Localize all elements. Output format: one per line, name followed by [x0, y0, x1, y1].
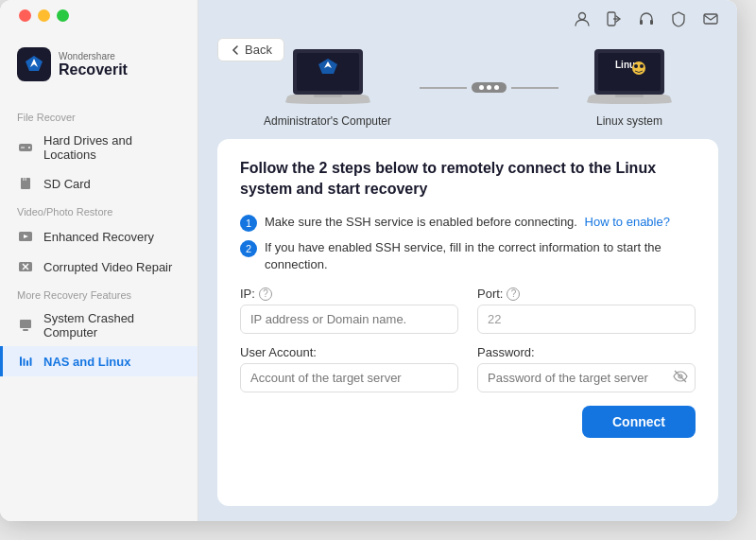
port-hint-icon[interactable]: ? — [507, 287, 520, 301]
line-right — [511, 87, 558, 89]
port-input[interactable] — [477, 305, 696, 334]
headphone-icon[interactable] — [637, 9, 656, 28]
topbar — [198, 0, 737, 38]
traffic-light-maximize[interactable] — [57, 9, 69, 22]
port-label: Port: ? — [477, 287, 696, 301]
sidebar-item-label-corrupted: Corrupted Video Repair — [43, 260, 172, 274]
svg-rect-31 — [598, 53, 661, 91]
connection-line — [420, 82, 558, 93]
step-1: 1 Make sure the SSH service is enabled b… — [240, 214, 696, 232]
traffic-light-minimize[interactable] — [38, 9, 50, 22]
svg-rect-29 — [314, 95, 342, 97]
corrupted-video-icon — [17, 258, 34, 275]
dot-1 — [479, 85, 484, 90]
port-field-group: Port: ? — [477, 287, 696, 334]
logo-brand: Wondershare — [59, 51, 128, 61]
sidebar-logo: Wondershare Recoverit — [0, 47, 198, 104]
section-label-file-recover: File Recover — [0, 104, 198, 127]
sidebar-item-enhanced-recovery[interactable]: Enhanced Recovery — [0, 221, 198, 252]
svg-rect-6 — [23, 178, 25, 181]
password-field-group: Password: — [477, 345, 696, 392]
svg-point-19 — [579, 13, 586, 20]
section-label-more-features: More Recovery Features — [0, 282, 198, 305]
svg-point-35 — [640, 64, 644, 68]
sidebar-item-label-hard-drives: Hard Drives and Locations — [43, 133, 180, 162]
dot-2 — [487, 85, 491, 90]
admin-label: Administrator's Computer — [264, 114, 391, 128]
user-account-field-group: User Account: — [240, 345, 458, 392]
step-1-num: 1 — [240, 215, 257, 232]
back-button[interactable]: Back — [217, 38, 284, 61]
step-2: 2 If you have enabled SSH service, fill … — [240, 239, 696, 273]
svg-rect-17 — [26, 360, 28, 366]
user-account-label: User Account: — [240, 345, 458, 359]
main-content: Back — [198, 0, 737, 521]
nas-linux-icon — [17, 353, 34, 370]
enhanced-recovery-icon — [17, 228, 34, 245]
signin-icon[interactable] — [605, 9, 624, 28]
ip-field-group: IP: ? — [240, 287, 458, 334]
sidebar-item-hard-drives[interactable]: Hard Drives and Locations — [0, 127, 198, 168]
form-fields: IP: ? Port: ? — [240, 287, 696, 392]
password-input[interactable] — [477, 363, 696, 392]
step-2-text: If you have enabled SSH service, fill in… — [265, 239, 696, 273]
ip-hint-icon[interactable]: ? — [259, 287, 272, 301]
form-card: Follow the 2 steps below to remotely con… — [217, 139, 718, 506]
user-icon[interactable] — [573, 9, 592, 28]
user-account-input[interactable] — [240, 363, 458, 392]
sidebar-item-label-system: System Crashed Computer — [43, 311, 180, 340]
svg-rect-16 — [24, 358, 26, 366]
linux-computer: Linux Linux system — [587, 47, 672, 128]
svg-rect-24 — [704, 14, 717, 24]
sidebar-item-label-sd-card: SD Card — [43, 177, 91, 191]
step-1-text: Make sure the SSH service is enabled bef… — [265, 214, 670, 231]
how-to-enable-link[interactable]: How to enable? — [585, 215, 670, 229]
svg-rect-13 — [20, 320, 31, 328]
svg-point-34 — [634, 64, 638, 68]
sidebar-item-nas-linux[interactable]: NAS and Linux — [0, 346, 198, 376]
svg-rect-14 — [23, 329, 28, 331]
sidebar-item-label-nas: NAS and Linux — [43, 355, 130, 369]
sidebar: Wondershare Recoverit File Recover Hard … — [0, 0, 198, 521]
step-2-num: 2 — [240, 240, 257, 257]
sidebar-item-label-enhanced: Enhanced Recovery — [43, 230, 154, 244]
sidebar-item-sd-card[interactable]: SD Card — [0, 168, 198, 199]
traffic-light-close[interactable] — [19, 9, 31, 22]
sdcard-icon — [17, 175, 34, 192]
svg-rect-18 — [30, 357, 32, 366]
sidebar-item-system-crashed[interactable]: System Crashed Computer — [0, 305, 198, 346]
hdd-icon — [17, 139, 34, 156]
password-toggle-icon[interactable] — [673, 369, 688, 387]
linux-laptop-svg: Linux — [587, 47, 672, 109]
app-logo-icon — [17, 47, 51, 81]
sidebar-item-corrupted-video[interactable]: Corrupted Video Repair — [0, 252, 198, 282]
svg-rect-15 — [20, 357, 22, 366]
password-label: Password: — [477, 345, 696, 359]
system-crashed-icon — [17, 317, 34, 334]
svg-rect-22 — [640, 20, 643, 25]
logo-app: Recoverit — [59, 61, 128, 78]
logo-text: Wondershare Recoverit — [59, 51, 128, 78]
shield-icon[interactable] — [669, 9, 688, 28]
back-label: Back — [245, 43, 272, 57]
connect-button[interactable]: Connect — [582, 406, 696, 438]
admin-laptop-svg — [285, 47, 370, 109]
ip-input[interactable] — [240, 305, 458, 334]
svg-rect-7 — [26, 178, 27, 181]
ip-label: IP: ? — [240, 287, 458, 301]
form-title: Follow the 2 steps below to remotely con… — [240, 158, 696, 200]
password-input-wrap — [477, 363, 696, 392]
svg-rect-36 — [615, 95, 644, 97]
section-label-video-photo: Video/Photo Restore — [0, 199, 198, 221]
connect-row: Connect — [240, 406, 696, 438]
mail-icon[interactable] — [701, 9, 720, 28]
connection-dots — [472, 82, 507, 93]
svg-point-3 — [28, 147, 30, 148]
line-left — [420, 87, 467, 89]
svg-rect-23 — [650, 20, 653, 25]
dot-3 — [494, 85, 499, 90]
linux-label: Linux system — [596, 114, 662, 128]
